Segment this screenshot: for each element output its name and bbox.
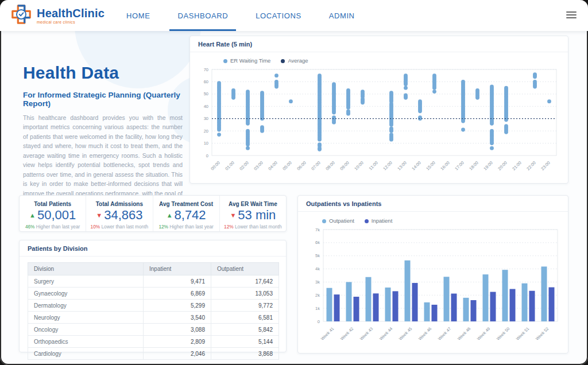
table-row: Surgery9,47117,642 <box>28 275 279 288</box>
intro-section: Health Data For Informed Strategic Plann… <box>23 63 183 218</box>
nav-item-locations[interactable]: LOCATIONS <box>242 0 315 31</box>
outpatients-vs-inpatients-panel: Outpatients vs Inpatients Outpatient Inp… <box>297 195 568 354</box>
svg-text:06:00: 06:00 <box>296 160 307 172</box>
svg-text:Week 47: Week 47 <box>437 326 452 341</box>
svg-text:02:00: 02:00 <box>238 160 250 172</box>
outpatients-inpatients-bar-chart[interactable]: 01k2k3k4k5k6k7kWeek 41Week 42Week 43Week… <box>306 225 562 352</box>
logo[interactable]: HealthClinic medical care clinics <box>10 3 105 28</box>
svg-text:5k: 5k <box>315 253 320 258</box>
kpi-value: ▲50,001 <box>20 208 86 222</box>
column-header-outpatient: Outpatient <box>211 263 279 275</box>
svg-text:23:00: 23:00 <box>540 160 551 172</box>
patients-by-division-panel: Patients by Division Division Inpatient … <box>19 240 287 352</box>
svg-text:11:00: 11:00 <box>368 160 379 171</box>
svg-text:01:00: 01:00 <box>224 160 235 172</box>
kpi-caption: 12% Higher than last year <box>153 224 219 230</box>
kpi-value: ▲8,742 <box>153 208 219 222</box>
svg-text:0: 0 <box>318 319 320 324</box>
page-title: Health Data <box>23 63 183 83</box>
svg-text:Week 42: Week 42 <box>339 326 355 341</box>
svg-text:08:00: 08:00 <box>324 160 336 172</box>
table-row: Neurology3,5406,581 <box>28 312 279 324</box>
top-navbar: HealthClinic medical care clinics HOME D… <box>0 0 588 31</box>
svg-text:09:00: 09:00 <box>339 160 350 172</box>
dashboard-content: Health Data For Informed Strategic Plann… <box>0 31 588 365</box>
svg-text:4k: 4k <box>315 266 320 271</box>
kpi-caption: 12% Lower than last month <box>220 224 286 230</box>
svg-text:40: 40 <box>204 104 208 109</box>
svg-text:Week 41: Week 41 <box>320 326 335 341</box>
legend-dot-icon <box>365 219 369 223</box>
svg-text:20: 20 <box>204 129 208 134</box>
svg-text:3k: 3k <box>315 279 320 285</box>
kpi-caption: 10% Lower than last month <box>86 224 152 230</box>
svg-text:Week 45: Week 45 <box>398 326 413 341</box>
down-arrow-icon: ▼ <box>230 212 236 219</box>
nav-item-admin[interactable]: ADMIN <box>315 0 369 31</box>
table-row: Oncology3,0885,842 <box>28 324 279 336</box>
svg-text:04:00: 04:00 <box>267 160 278 172</box>
heart-rate-panel-title: Heart Rate (5 min) <box>190 36 568 52</box>
svg-text:19:00: 19:00 <box>482 160 494 172</box>
kpi-value: ▼53 min <box>220 208 286 222</box>
kpi-card: Total Patients▲50,00146% Higher than las… <box>20 196 86 231</box>
legend-dot-icon <box>281 59 285 63</box>
up-arrow-icon: ▲ <box>29 212 36 219</box>
svg-text:Week 51: Week 51 <box>515 326 531 341</box>
svg-text:Week 48: Week 48 <box>457 326 472 341</box>
svg-text:10:00: 10:00 <box>353 160 365 172</box>
logo-text: HealthClinic medical care clinics <box>37 7 105 24</box>
svg-text:70: 70 <box>204 67 208 72</box>
column-header-division: Division <box>28 263 144 275</box>
svg-text:50: 50 <box>204 91 208 96</box>
heart-rate-legend: ER Waiting Time Average <box>223 57 568 64</box>
svg-text:00:00: 00:00 <box>210 160 221 172</box>
kpi-value: ▼34,863 <box>86 208 152 222</box>
svg-text:Week 50: Week 50 <box>496 326 511 341</box>
svg-text:14:00: 14:00 <box>411 160 422 172</box>
nav-item-dashboard[interactable]: DASHBOARD <box>164 0 242 31</box>
heart-rate-scatter-chart[interactable]: 01020304050607000:0001:0002:0003:0004:00… <box>194 65 564 181</box>
svg-text:6k: 6k <box>315 240 320 245</box>
svg-text:03:00: 03:00 <box>253 160 264 172</box>
legend-item-er-waiting-time[interactable]: ER Waiting Time <box>223 57 270 64</box>
svg-text:Week 43: Week 43 <box>359 326 374 341</box>
svg-text:30: 30 <box>204 116 208 121</box>
svg-text:2k: 2k <box>315 293 320 298</box>
svg-text:Week 52: Week 52 <box>535 326 550 341</box>
bar-panel-title: Outpatients vs Inpatients <box>298 196 568 212</box>
hamburger-menu-icon[interactable] <box>566 11 577 20</box>
legend-item-outpatient[interactable]: Outpatient <box>322 218 354 224</box>
legend-item-average[interactable]: Average <box>281 57 308 64</box>
division-table-header: Division Inpatient Outpatient <box>28 263 279 275</box>
kpi-label: Total Admissions <box>86 201 152 207</box>
svg-text:Week 44: Week 44 <box>378 326 394 341</box>
brand-tagline: medical care clinics <box>37 20 105 24</box>
svg-text:20:00: 20:00 <box>497 160 508 172</box>
svg-text:07:00: 07:00 <box>310 160 322 172</box>
table-row: Gynaecology6,86913,053 <box>28 288 279 300</box>
svg-text:12:00: 12:00 <box>382 160 393 172</box>
svg-text:10: 10 <box>204 141 208 146</box>
svg-text:22:00: 22:00 <box>525 160 537 172</box>
table-row: Cardiology2,0463,868 <box>28 348 279 360</box>
svg-text:13:00: 13:00 <box>396 160 408 172</box>
kpi-label: Total Patients <box>20 201 86 207</box>
legend-item-inpatient[interactable]: Inpatient <box>365 218 392 224</box>
nav-item-home[interactable]: HOME <box>113 0 164 31</box>
up-arrow-icon: ▲ <box>167 212 173 219</box>
svg-text:60: 60 <box>204 79 208 84</box>
legend-dot-icon <box>223 59 227 63</box>
division-table-title: Patients by Division <box>20 240 286 257</box>
svg-text:21:00: 21:00 <box>511 160 523 172</box>
kpi-caption: 46% Higher than last year <box>20 224 86 230</box>
svg-text:7k: 7k <box>315 227 320 232</box>
legend-dot-icon <box>322 219 326 223</box>
svg-text:1k: 1k <box>315 306 320 311</box>
svg-text:16:00: 16:00 <box>439 160 451 172</box>
table-row: Dermatology5,2999,772 <box>28 300 279 312</box>
svg-text:15:00: 15:00 <box>425 160 436 172</box>
kpi-card: Avg Treatment Cost▲8,74212% Higher than … <box>153 196 220 231</box>
svg-text:Week 49: Week 49 <box>476 326 492 341</box>
kpi-card: Total Admissions▼34,86310% Lower than la… <box>86 196 153 231</box>
